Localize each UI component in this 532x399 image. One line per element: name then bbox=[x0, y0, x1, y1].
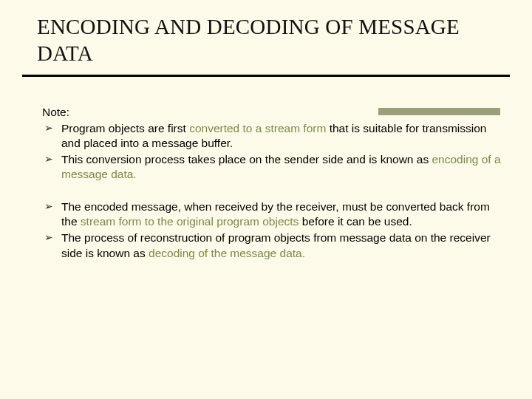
spacer bbox=[42, 183, 502, 200]
accent-bar bbox=[378, 108, 500, 115]
bullet-group-2: The encoded message, when received by th… bbox=[42, 200, 502, 261]
horizontal-rule bbox=[22, 75, 510, 77]
list-item: Program objects are first converted to a… bbox=[42, 121, 502, 151]
slide-body: Note: Program objects are first converte… bbox=[42, 105, 502, 261]
slide: ENCODING AND DECODING OF MESSAGE DATA No… bbox=[0, 13, 532, 399]
list-item: The encoded message, when received by th… bbox=[42, 200, 502, 229]
list-item: This conversion process takes place on t… bbox=[42, 152, 502, 182]
bullet-text: This conversion process takes place on t… bbox=[61, 153, 432, 166]
list-item: The process of reconstruction of program… bbox=[42, 231, 502, 260]
slide-title: ENCODING AND DECODING OF MESSAGE DATA bbox=[37, 13, 495, 67]
bullet-text: before it can be used. bbox=[299, 215, 412, 228]
highlight-text: converted to a stream form bbox=[189, 122, 326, 134]
bullet-group-1: Program objects are first converted to a… bbox=[42, 121, 502, 183]
bullet-text: Program objects are first bbox=[61, 122, 189, 134]
highlight-text: decoding of the message data. bbox=[149, 247, 305, 259]
highlight-text: stream form to the original program obje… bbox=[81, 215, 299, 228]
